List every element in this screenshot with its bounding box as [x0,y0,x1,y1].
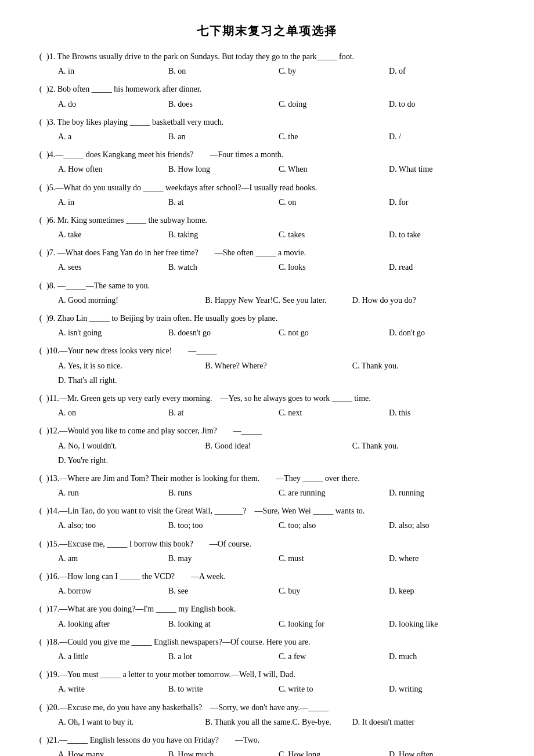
question-block: ()11.—Mr. Green gets up very early every… [35,391,499,420]
question-line: ()16.—How long can I _____ the VCD? —A w… [35,569,499,584]
question-line: ()6. Mr. King sometimes _____ the subway… [35,213,499,227]
option-C: C. the [279,129,389,144]
question-block: ()8. —_____—The same to you.A. Good morn… [35,278,499,308]
option-D: D. running [389,486,499,500]
question-text: )5.—What do you usually do _____ weekday… [46,180,499,195]
options-line: A. How manyB. How muchC. How longD. How … [58,747,499,756]
question-line: ()1. The Browns usually drive to the par… [35,49,499,64]
option-B: B. watch [168,260,279,274]
question-block: ()5.—What do you usually do _____ weekda… [35,180,499,209]
question-line: ()13.—Where are Jim and Tom? Their mothe… [35,471,499,486]
questions-container: ()1. The Browns usually drive to the par… [35,49,499,756]
question-text: )18.—Could you give me _____ English new… [46,635,499,649]
options-line: A. inB. atC. onD. for [58,195,499,209]
options-line: A. also; tooB. too; tooC. too; alsoD. al… [58,518,499,533]
option-A: A. a [58,129,168,144]
page-title: 七下期末复习之单项选择 [35,23,499,39]
paren: ( [35,147,46,162]
question-block: ()7. —What does Fang Yan do in her free … [35,245,499,274]
option-B: B. runs [168,486,279,500]
option-D: D. don't go [389,325,499,340]
question-block: ()10.—Your new dress looks very nice! —_… [35,343,499,388]
option-A: A. No, I wouldn't. [58,439,205,453]
option-A: A. in [58,195,168,209]
option-A: A. a little [58,649,168,664]
question-text: )7. —What does Fang Yan do in her free t… [46,245,499,260]
question-text: )3. The boy likes playing _____ basketba… [46,115,499,129]
question-text: )17.—What are you doing?—I'm _____ my En… [46,602,499,616]
option-B: B. Where? Where? [205,359,352,373]
option-D: D. / [389,129,499,144]
option-B: B. at [168,195,279,209]
question-text: )16.—How long can I _____ the VCD? —A we… [46,569,499,584]
option-B: B. too; too [168,518,279,533]
question-block: ()13.—Where are Jim and Tom? Their mothe… [35,471,499,500]
question-text: )10.—Your new dress looks very nice! —__… [46,343,499,358]
options-line: A. runB. runsC. are runningD. running [58,486,499,500]
question-block: ()4.—_____ does Kangkang meet his friend… [35,147,499,176]
options-line: A. Yes, it is so nice.B. Where? Where?C.… [58,359,499,388]
question-line: ()12.—Would you like to come and play so… [35,424,499,438]
option-A: A. run [58,486,168,500]
option-D: D. read [389,260,499,274]
question-text: )20.—Excuse me, do you have any basketba… [46,700,499,715]
question-block: ()21.—_____ English lessons do you have … [35,733,499,756]
question-block: ()3. The boy likes playing _____ basketb… [35,115,499,144]
option-D: D. looking like [389,617,499,631]
option-D: D. What time [389,162,499,176]
options-line: A. takeB. takingC. takesD. to take [58,227,499,242]
question-block: ()9. Zhao Lin _____ to Beijing by train … [35,311,499,340]
option-A: A. sees [58,260,168,274]
option-B: B. does [168,97,279,111]
option-A: A. borrow [58,584,168,598]
option-B: B. Good idea! [205,439,352,453]
paren: ( [35,82,46,96]
option-B: B. an [168,129,279,144]
paren: ( [35,569,46,584]
option-B: B. looking at [168,617,279,631]
options-line: A. isn't goingB. doesn't goC. not goD. d… [58,325,499,340]
options-line: A. Oh, I want to buy it.B. Thank you all… [58,715,499,729]
question-text: )14.—Lin Tao, do you want to visit the G… [46,504,499,518]
option-B: B. How much [168,747,279,756]
paren: ( [35,180,46,195]
option-A: A. Oh, I want to buy it. [58,715,205,729]
question-line: ()15.—Excuse me, _____ I borrow this boo… [35,537,499,551]
options-line: A. borrowB. seeC. buyD. keep [58,584,499,598]
question-line: ()19.—You must _____ a letter to your mo… [35,667,499,682]
options-line: A. seesB. watchC. looksD. read [58,260,499,274]
paren: ( [35,245,46,260]
option-D: D. where [389,551,499,566]
options-line: A. doB. doesC. doingD. to do [58,97,499,111]
option-D: D. of [389,64,499,78]
paren: ( [35,471,46,486]
question-block: ()17.—What are you doing?—I'm _____ my E… [35,602,499,631]
option-C: C. must [279,551,389,566]
option-C: D. It doesn't matter [352,715,499,729]
question-block: ()16.—How long can I _____ the VCD? —A w… [35,569,499,598]
question-block: ()6. Mr. King sometimes _____ the subway… [35,213,499,242]
options-line: A. No, I wouldn't.B. Good idea!C. Thank … [58,439,499,468]
question-line: ()17.—What are you doing?—I'm _____ my E… [35,602,499,616]
paren: ( [35,504,46,518]
option-C: C. takes [279,227,389,242]
option-B: B. a lot [168,649,279,664]
question-line: ()21.—_____ English lessons do you have … [35,733,499,747]
question-text: )1. The Browns usually drive to the park… [46,49,499,64]
option-A: A. on [58,406,168,420]
options-line: A. aB. anC. theD. / [58,129,499,144]
question-text: )15.—Excuse me, _____ I borrow this book… [46,537,499,551]
option-B: B. How long [168,162,279,176]
option-B: B. on [168,64,279,78]
option-C: C. Thank you. [352,359,499,373]
options-line: A. onB. atC. nextD. this [58,406,499,420]
options-line: A. inB. onC. byD. of [58,64,499,78]
paren: ( [35,424,46,438]
option-B: B. Happy New Year!C. See you later. [205,293,352,308]
option-A: A. Yes, it is so nice. [58,359,205,373]
option-C: C. a few [279,649,389,664]
paren: ( [35,667,46,682]
paren: ( [35,49,46,64]
question-line: ()10.—Your new dress looks very nice! —_… [35,343,499,358]
option-A: A. write [58,682,168,696]
